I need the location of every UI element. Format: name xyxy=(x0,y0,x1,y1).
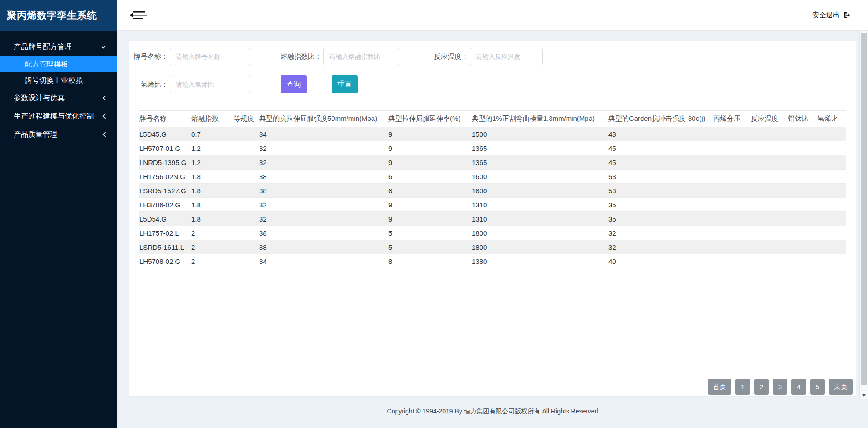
sidebar-subitem[interactable]: 牌号切换工业模拟 xyxy=(0,72,117,89)
table-cell: 9 xyxy=(388,155,472,170)
pagination: 首页12345末页 xyxy=(708,379,853,395)
table-cell xyxy=(751,127,788,141)
table-row: LH3706-02.G1.8329131035 xyxy=(139,198,846,212)
sidebar-menu: 产品牌号配方管理配方管理模板牌号切换工业模拟参数设计与仿真生产过程建模与优化控制… xyxy=(0,31,117,144)
brand-name-label: 牌号名称： xyxy=(134,52,168,61)
table-cell: 32 xyxy=(259,212,388,226)
table-cell: 1.2 xyxy=(191,155,234,170)
pagination-last-button[interactable]: 末页 xyxy=(829,379,853,395)
sidebar-item[interactable]: 生产过程建模与优化控制 xyxy=(0,107,117,125)
table-row: LSRD5-1527.G1.8386160053 xyxy=(139,184,846,198)
table-row: LH1757-02.L2385180032 xyxy=(139,226,846,240)
sidebar-item[interactable]: 参数设计与仿真 xyxy=(0,89,117,107)
table-cell: 1.8 xyxy=(191,198,234,212)
table-cell: 9 xyxy=(388,198,472,212)
pagination-page-button[interactable]: 3 xyxy=(773,379,787,395)
sidebar-item[interactable]: 产品牌号配方管理 xyxy=(0,38,117,56)
pagination-page-button[interactable]: 2 xyxy=(754,379,769,395)
app-window: 聚丙烯数字孪生系统 产品牌号配方管理配方管理模板牌号切换工业模拟参数设计与仿真生… xyxy=(0,0,868,428)
sidebar-item[interactable]: 产品质量管理 xyxy=(0,125,117,144)
table-cell: 1600 xyxy=(472,170,608,184)
table-cell: 38 xyxy=(259,226,388,240)
table-cell xyxy=(817,141,846,155)
table-cell xyxy=(788,184,817,198)
table-header-row: 牌号名称熔融指数等规度典型的抗拉伸屈服强度50mm/min(Mpa)典型拉伸屈服… xyxy=(139,111,846,127)
table-cell: 48 xyxy=(608,127,713,141)
column-header: 反应温度 xyxy=(751,111,788,127)
table-cell: L5D45.G xyxy=(139,127,191,141)
melt-index-ratio-input[interactable] xyxy=(323,48,399,65)
scroll-down-arrow-icon[interactable] xyxy=(862,394,866,397)
table-row: LSRD5-1611.L2385180032 xyxy=(139,240,846,254)
sidebar: 聚丙烯数字孪生系统 产品牌号配方管理配方管理模板牌号切换工业模拟参数设计与仿真生… xyxy=(0,0,117,428)
table-cell xyxy=(751,155,788,170)
reset-button[interactable]: 重置 xyxy=(332,75,358,93)
chevron-down-icon xyxy=(101,45,106,49)
search-form: 牌号名称： 熔融指数比： 反应温度： xyxy=(129,41,856,93)
table-cell: 8 xyxy=(388,254,472,268)
table-cell xyxy=(234,184,259,198)
table-cell: 5 xyxy=(388,240,472,254)
table-cell: 9 xyxy=(388,141,472,155)
table-cell: 2 xyxy=(191,254,234,268)
table-cell xyxy=(788,127,817,141)
results-table: 牌号名称熔融指数等规度典型的抗拉伸屈服强度50mm/min(Mpa)典型拉伸屈服… xyxy=(139,110,846,268)
table-cell xyxy=(817,254,846,268)
brand-name-input[interactable] xyxy=(170,48,250,65)
table-cell xyxy=(751,226,788,240)
table-cell: 5 xyxy=(388,226,472,240)
table-cell: 53 xyxy=(608,170,713,184)
reaction-temperature-input[interactable] xyxy=(470,48,543,65)
reaction-temperature-label: 反应温度： xyxy=(434,52,468,61)
table-cell: 45 xyxy=(608,141,713,155)
pagination-page-button[interactable]: 4 xyxy=(791,379,806,395)
column-header: 氢烯比 xyxy=(817,111,846,127)
column-header: 等规度 xyxy=(234,111,259,127)
scrollbar-thumb[interactable] xyxy=(861,33,867,385)
table-cell xyxy=(713,155,751,170)
table-cell: 32 xyxy=(259,141,388,155)
table-cell xyxy=(817,170,846,184)
table-cell xyxy=(817,127,846,141)
sidebar-subitem-active[interactable]: 配方管理模板 xyxy=(0,56,117,72)
pagination-first-button[interactable]: 首页 xyxy=(708,379,731,395)
table-cell: LSRD5-1527.G xyxy=(139,184,191,198)
table-cell xyxy=(234,254,259,268)
collapse-sidebar-button[interactable] xyxy=(129,9,147,21)
column-header: 铝钛比 xyxy=(788,111,817,127)
app-title: 聚丙烯数字孪生系统 xyxy=(0,0,117,31)
topbar: 安全退出 xyxy=(117,0,868,31)
table-row: LH5708-02.G2348138040 xyxy=(139,254,846,268)
table-cell xyxy=(788,254,817,268)
table-cell: LSRD5-1611.L xyxy=(139,240,191,254)
table-cell: 1310 xyxy=(472,212,608,226)
table-cell: LH3706-02.G xyxy=(139,198,191,212)
table-row: L5D45.G0.7349150048 xyxy=(139,127,846,141)
table-cell xyxy=(788,155,817,170)
table-cell xyxy=(751,240,788,254)
table-cell: 1.8 xyxy=(191,170,234,184)
column-header: 典型的1%正割弯曲模量1.3mm/min(Mpa) xyxy=(472,111,608,127)
reaction-temperature-field: 反应温度： xyxy=(434,48,543,65)
table-cell: 6 xyxy=(388,184,472,198)
sidebar-item-label: 生产过程建模与优化控制 xyxy=(14,112,94,121)
table-cell: 1365 xyxy=(472,141,608,155)
table-cell: 35 xyxy=(608,198,713,212)
chevron-left-icon xyxy=(102,132,106,137)
logout-label: 安全退出 xyxy=(812,11,840,20)
table-cell: LNRD5-1395.G xyxy=(139,155,191,170)
content-area: 牌号名称： 熔融指数比： 反应温度： xyxy=(117,31,868,428)
table-cell xyxy=(713,226,751,240)
sidebar-item-label: 产品质量管理 xyxy=(14,130,57,139)
pagination-page-button[interactable]: 5 xyxy=(810,379,825,395)
hydrogen-ratio-input[interactable] xyxy=(170,76,250,93)
table-cell xyxy=(234,141,259,155)
table-cell: 6 xyxy=(388,170,472,184)
copyright-text: Copyright © 1994-2019 By 恒力集团有限公司版权所有 Al… xyxy=(129,407,856,416)
table-cell xyxy=(713,184,751,198)
table-row: LNRD5-1395.G1.2329136545 xyxy=(139,155,846,170)
pagination-page-button[interactable]: 1 xyxy=(735,379,750,395)
hydrogen-ratio-field: 氢烯比： xyxy=(134,76,250,93)
logout-button[interactable]: 安全退出 xyxy=(812,11,851,20)
query-button[interactable]: 查询 xyxy=(281,75,307,93)
